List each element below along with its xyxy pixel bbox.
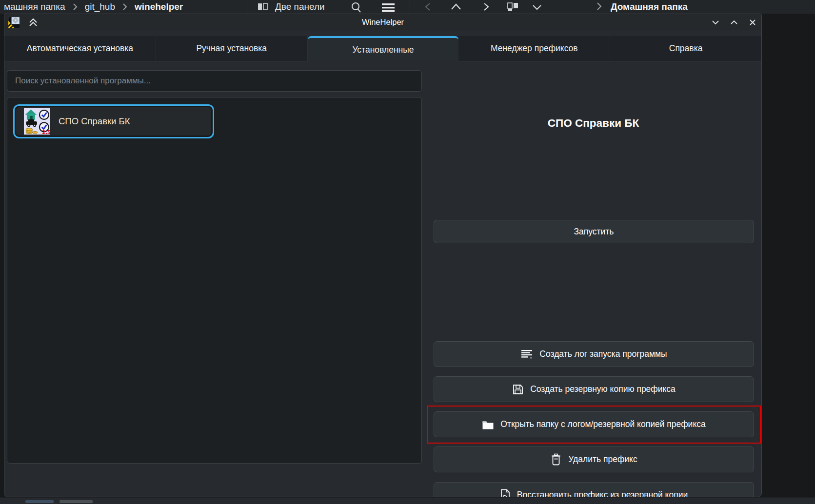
- dropdown-caret-icon[interactable]: [532, 4, 542, 11]
- backup-prefix-button[interactable]: Создать резервную копию префикса: [434, 376, 754, 402]
- tab-label: Установленные: [352, 45, 414, 55]
- button-label: Создать резервную копию префикса: [530, 384, 676, 394]
- tab-manual-install[interactable]: Ручная установка: [156, 36, 308, 61]
- search-input[interactable]: [7, 70, 422, 92]
- close-button[interactable]: [744, 14, 761, 30]
- tab-bar: Автоматическая установка Ручная установк…: [4, 36, 761, 61]
- up-chevron-icon[interactable]: [450, 2, 462, 11]
- open-log-backup-folder-button[interactable]: Открыть папку с логом/резервной копией п…: [434, 411, 754, 437]
- toolbar-separator: [410, 0, 410, 14]
- button-label: Восстановить префикс из резервной копии: [517, 490, 688, 497]
- tab-help[interactable]: Справка: [610, 36, 761, 61]
- split-view-button[interactable]: Две панели: [258, 0, 325, 14]
- close-icon: [749, 19, 756, 26]
- run-button-label: Запустить: [574, 227, 614, 237]
- maximize-button[interactable]: [725, 14, 743, 30]
- tab-label: Автоматическая установка: [27, 43, 133, 54]
- chevron-right-icon: [72, 2, 78, 11]
- run-button[interactable]: Запустить: [434, 220, 754, 243]
- window-title: WineHelper: [4, 18, 761, 27]
- split-view-label: Две панели: [275, 1, 325, 12]
- status-smudge: [25, 500, 54, 503]
- breadcrumb-folder[interactable]: git_hub: [85, 1, 115, 12]
- svg-text:2.5: 2.5: [42, 130, 50, 135]
- breadcrumb-current-folder[interactable]: winehelper: [135, 1, 183, 12]
- background-window-bottom-sliver: [0, 498, 815, 504]
- tab-installed[interactable]: Установленные: [308, 36, 459, 61]
- chevron-right-icon: [596, 1, 603, 11]
- titlebar[interactable]: WineHelper: [4, 14, 761, 30]
- search-icon[interactable]: [350, 1, 362, 13]
- list-item-program[interactable]: 2.5 СПО Справки БК: [13, 104, 214, 138]
- delete-prefix-button[interactable]: Удалить префикс: [434, 446, 754, 472]
- log-lines-icon: [520, 349, 533, 360]
- tab-label: Ручная установка: [196, 43, 267, 54]
- view-mode-icon[interactable]: [507, 2, 519, 11]
- program-name: СПО Справки БК: [59, 116, 130, 127]
- minimize-icon: [712, 20, 719, 25]
- chevron-right-icon: [122, 2, 128, 11]
- installed-programs-list: 2.5 СПО Справки БК: [7, 97, 422, 464]
- button-label: Открыть папку с логом/резервной копией п…: [500, 419, 705, 429]
- button-label: Удалить префикс: [568, 454, 637, 465]
- installed-tab-content: 2.5 СПО Справки БК СПО Справки БК Запуст…: [4, 61, 761, 497]
- hamburger-menu-icon[interactable]: [381, 2, 396, 14]
- program-detail-title: СПО Справки БК: [427, 117, 759, 130]
- status-smudge: [60, 500, 93, 503]
- tab-label: Менеджер префиксов: [491, 43, 578, 54]
- breadcrumb-home-right[interactable]: Домашняя папка: [611, 1, 688, 12]
- trash-icon: [550, 453, 562, 466]
- minimize-button[interactable]: [707, 14, 724, 30]
- tab-prefix-manager[interactable]: Менеджер префиксов: [458, 36, 610, 61]
- background-file-manager-toolbar: машняя папка git_hub winehelper Две пане…: [0, 0, 815, 14]
- back-chevron-icon[interactable]: [423, 2, 432, 12]
- floppy-save-icon: [512, 384, 524, 395]
- program-app-icon: 2.5: [24, 108, 50, 135]
- button-label: Создать лог запуска программы: [539, 349, 667, 359]
- forward-chevron-icon[interactable]: [482, 2, 491, 12]
- maximize-icon: [730, 20, 738, 25]
- breadcrumb-home-partial[interactable]: машняя папка: [4, 1, 65, 12]
- winehelper-window: WineHelper Автоматическая установка Ручн…: [4, 14, 762, 497]
- split-view-icon: [258, 2, 268, 11]
- toolbar-separator: [247, 0, 247, 14]
- create-log-button[interactable]: Создать лог запуска программы: [434, 341, 754, 367]
- tab-auto-install[interactable]: Автоматическая установка: [4, 36, 156, 61]
- restore-prefix-button[interactable]: Восстановить префикс из резервной копии: [434, 482, 754, 497]
- tab-label: Справка: [669, 43, 703, 54]
- document-restore-icon: [500, 489, 511, 498]
- folder-icon: [482, 419, 494, 430]
